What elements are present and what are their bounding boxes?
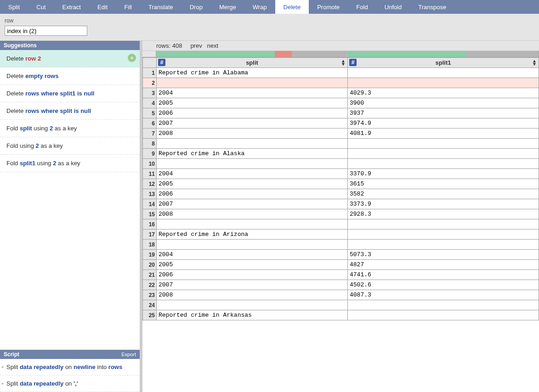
row-number[interactable]: 18 [143,240,157,250]
row-number[interactable]: 8 [143,139,157,149]
row-number[interactable]: 25 [143,310,157,320]
table-cell[interactable] [157,240,348,250]
table-cell[interactable]: 2928.3 [348,209,539,219]
table-row[interactable]: 10 [143,159,539,169]
table-row[interactable]: 24 [143,300,539,310]
table-cell[interactable] [348,219,539,230]
table-row[interactable]: 1420073373.9 [143,199,539,209]
table-cell[interactable] [157,78,348,88]
table-cell[interactable]: 3370.9 [348,169,539,179]
toolbar-item-wrap[interactable]: Wrap [244,0,275,14]
toolbar-item-fill[interactable]: Fill [116,0,140,14]
toolbar-item-delete[interactable]: Delete [275,0,309,14]
suggestion-item[interactable]: Delete row 2+ [0,50,140,67]
table-row[interactable]: 2120064741.6 [143,270,539,280]
sort-icon[interactable]: ▲▼ [341,59,346,66]
row-number[interactable]: 4 [143,98,157,108]
table-row[interactable]: 1220053615 [143,179,539,189]
suggestion-item[interactable]: Fold using 2 as a key [0,137,140,155]
script-item[interactable]: Split data repeatedly on newline into ro… [0,359,140,375]
table-row[interactable]: 1Reported crime in Alabama [143,68,539,78]
next-button[interactable]: next [207,42,219,49]
prev-button[interactable]: prev [190,42,202,49]
table-row[interactable]: 2220074502.6 [143,280,539,290]
table-row[interactable]: 420053900 [143,98,539,108]
row-number[interactable]: 11 [143,169,157,179]
table-row[interactable]: 2 [143,78,539,88]
row-number[interactable]: 21 [143,270,157,280]
export-button[interactable]: Export [121,352,136,357]
table-cell[interactable]: 4502.6 [348,280,539,290]
table-cell[interactable]: Reported crime in Alaska [157,149,348,159]
suggestion-item[interactable]: Fold split using 2 as a key [0,120,140,137]
toolbar-item-translate[interactable]: Translate [140,0,182,14]
table-cell[interactable] [348,230,539,240]
table-row[interactable]: 2320084087.3 [143,290,539,300]
table-row[interactable]: 18 [143,240,539,250]
table-cell[interactable]: 2008 [157,209,348,219]
sort-icon[interactable]: ▲▼ [532,59,537,66]
row-number[interactable]: 20 [143,260,157,270]
table-row[interactable]: 620073974.9 [143,118,539,129]
table-cell[interactable]: 4827 [348,260,539,270]
table-cell[interactable]: 2005 [157,98,348,108]
table-cell[interactable]: 4741.6 [348,270,539,280]
table-scroll[interactable]: # split ▲▼ # split1 ▲▼ 1Reported crime i… [142,57,539,392]
table-cell[interactable] [348,159,539,169]
row-number[interactable]: 6 [143,118,157,129]
table-cell[interactable]: Reported crime in Alabama [157,68,348,78]
script-item[interactable]: Split data repeatedly on ',' [0,375,140,392]
row-number[interactable]: 23 [143,290,157,300]
table-cell[interactable]: 5073.3 [348,250,539,260]
suggestion-item[interactable]: Fold split1 using 2 as a key [0,155,140,172]
row-number[interactable]: 12 [143,179,157,189]
table-cell[interactable] [348,300,539,310]
toolbar-item-extract[interactable]: Extract [54,0,89,14]
column-header-split1[interactable]: # split1 ▲▼ [348,58,539,68]
table-cell[interactable]: 2004 [157,88,348,98]
table-row[interactable]: 16 [143,219,539,230]
table-row[interactable]: 320044029.3 [143,88,539,98]
table-cell[interactable]: 2007 [157,280,348,290]
table-row[interactable]: 8 [143,139,539,149]
toolbar-item-promote[interactable]: Promote [309,0,348,14]
table-cell[interactable]: 3373.9 [348,199,539,209]
row-number[interactable]: 19 [143,250,157,260]
add-icon[interactable]: + [128,54,136,62]
table-cell[interactable]: 2006 [157,270,348,280]
table-cell[interactable]: 2006 [157,108,348,118]
table-cell[interactable]: 2004 [157,169,348,179]
row-number[interactable]: 3 [143,88,157,98]
table-cell[interactable]: 2008 [157,290,348,300]
table-row[interactable]: 25Reported crime in Arkansas [143,310,539,320]
table-cell[interactable]: 2005 [157,179,348,189]
table-cell[interactable] [157,300,348,310]
row-number[interactable]: 1 [143,68,157,78]
row-number[interactable]: 5 [143,108,157,118]
table-cell[interactable] [348,310,539,320]
table-row[interactable]: 520063937 [143,108,539,118]
table-cell[interactable]: Reported crime in Arkansas [157,310,348,320]
table-cell[interactable] [157,219,348,230]
table-cell[interactable]: 3615 [348,179,539,189]
table-row[interactable]: 1520082928.3 [143,209,539,219]
table-cell[interactable] [348,149,539,159]
row-number[interactable]: 14 [143,199,157,209]
table-cell[interactable] [348,78,539,88]
row-number[interactable]: 22 [143,280,157,290]
table-cell[interactable]: 3900 [348,98,539,108]
table-cell[interactable]: 2004 [157,250,348,260]
row-number[interactable]: 13 [143,189,157,199]
table-cell[interactable]: Reported crime in Arizona [157,230,348,240]
table-cell[interactable]: 3937 [348,108,539,118]
table-cell[interactable]: 3582 [348,189,539,199]
table-cell[interactable]: 4029.3 [348,88,539,98]
table-cell[interactable]: 2007 [157,199,348,209]
table-cell[interactable] [157,159,348,169]
table-cell[interactable] [348,68,539,78]
row-number[interactable]: 7 [143,129,157,139]
toolbar-item-drop[interactable]: Drop [182,0,211,14]
table-cell[interactable]: 3974.9 [348,118,539,129]
row-number[interactable]: 15 [143,209,157,219]
table-cell[interactable]: 2008 [157,129,348,139]
